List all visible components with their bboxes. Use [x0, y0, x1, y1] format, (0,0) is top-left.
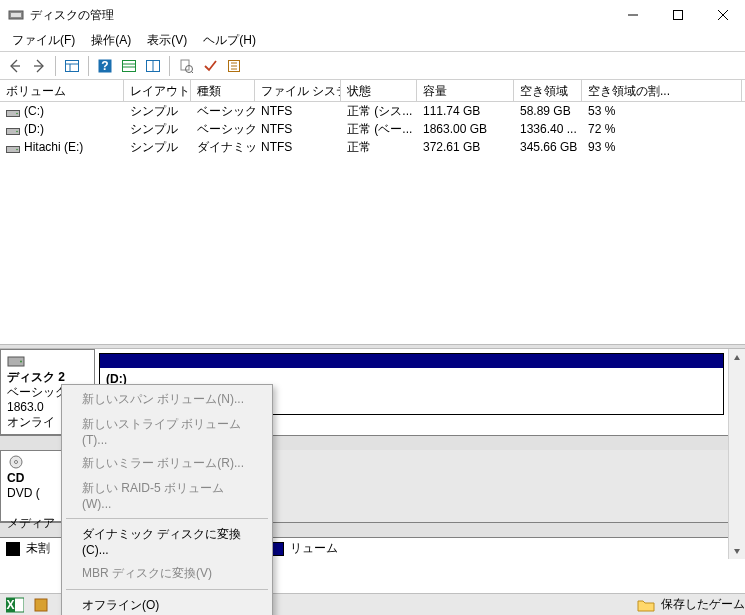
context-menu: 新しいスパン ボリューム(N)... 新しいストライプ ボリューム(T)... …	[61, 384, 273, 615]
svg-rect-18	[181, 60, 189, 70]
vol-type: ダイナミック	[191, 139, 255, 156]
cd-icon	[7, 455, 25, 469]
maximize-button[interactable]	[655, 0, 700, 30]
cm-separator	[66, 518, 268, 519]
close-button[interactable]	[700, 0, 745, 30]
table-row[interactable]: Hitachi (E:) シンプル ダイナミック NTFS 正常 372.61 …	[0, 138, 745, 156]
vol-name: (C:)	[24, 104, 44, 118]
cd-sub1: DVD (	[7, 486, 40, 500]
vol-capacity: 372.61 GB	[417, 140, 514, 154]
drive-icon	[6, 143, 20, 153]
cd-sub2: メディア	[7, 516, 55, 530]
taskbar-folder-icon[interactable]	[635, 596, 657, 614]
settings-button[interactable]	[223, 55, 245, 77]
svg-point-28	[16, 131, 18, 133]
cm-new-mirror[interactable]: 新しいミラー ボリューム(R)...	[64, 451, 270, 476]
vol-free: 1336.40 ...	[514, 122, 582, 136]
cd-title: CD	[7, 471, 24, 485]
vol-pct: 93 %	[582, 140, 742, 154]
legend-unallocated-swatch	[6, 542, 20, 556]
svg-point-34	[15, 461, 18, 464]
svg-rect-8	[66, 60, 79, 71]
col-fs[interactable]: ファイル システム	[255, 80, 341, 101]
properties-button[interactable]	[175, 55, 197, 77]
col-type[interactable]: 種類	[191, 80, 255, 101]
menu-view[interactable]: 表示(V)	[139, 30, 195, 51]
col-status[interactable]: 状態	[341, 80, 417, 101]
col-volume[interactable]: ボリューム	[0, 80, 124, 101]
svg-text:X: X	[6, 598, 14, 612]
scroll-down-button[interactable]	[729, 542, 745, 559]
cm-new-span[interactable]: 新しいスパン ボリューム(N)...	[64, 387, 270, 412]
svg-rect-38	[35, 599, 47, 611]
cm-new-stripe[interactable]: 新しいストライプ ボリューム(T)...	[64, 412, 270, 451]
vol-name: (D:)	[24, 122, 44, 136]
volume-list[interactable]: (C:) シンプル ベーシック NTFS 正常 (シス... 111.74 GB…	[0, 102, 745, 344]
vol-type: ベーシック	[191, 103, 255, 120]
taskbar-label: 保存したゲーム	[661, 596, 745, 613]
menu-file[interactable]: ファイル(F)	[4, 30, 83, 51]
legend-primary-label: リューム	[290, 540, 338, 557]
vol-status: 正常 (シス...	[341, 103, 417, 120]
check-button[interactable]	[199, 55, 221, 77]
vol-name: Hitachi (E:)	[24, 140, 83, 154]
table-row[interactable]: (D:) シンプル ベーシック NTFS 正常 (ベー... 1863.00 G…	[0, 120, 745, 138]
cm-separator	[66, 589, 268, 590]
toolbar: ?	[0, 52, 745, 80]
vol-capacity: 111.74 GB	[417, 104, 514, 118]
vol-status: 正常	[341, 139, 417, 156]
cm-offline[interactable]: オフライン(O)	[64, 593, 270, 615]
col-layout[interactable]: レイアウト	[124, 80, 191, 101]
col-capacity[interactable]: 容量	[417, 80, 514, 101]
help-button[interactable]: ?	[94, 55, 116, 77]
svg-rect-3	[673, 11, 682, 20]
vol-fs: NTFS	[255, 122, 341, 136]
cm-convert-dynamic[interactable]: ダイナミック ディスクに変換(C)...	[64, 522, 270, 561]
vol-pct: 53 %	[582, 104, 742, 118]
back-button[interactable]	[4, 55, 26, 77]
hard-disk-icon	[7, 354, 25, 368]
app-icon	[8, 7, 24, 23]
vol-layout: シンプル	[124, 103, 191, 120]
vol-status: 正常 (ベー...	[341, 121, 417, 138]
table-row[interactable]: (C:) シンプル ベーシック NTFS 正常 (シス... 111.74 GB…	[0, 102, 745, 120]
show-hide-console-button[interactable]	[61, 55, 83, 77]
menu-action[interactable]: 操作(A)	[83, 30, 139, 51]
forward-button[interactable]	[28, 55, 50, 77]
list-view-button[interactable]	[118, 55, 140, 77]
vol-fs: NTFS	[255, 140, 341, 154]
volume-list-header: ボリューム レイアウト 種類 ファイル システム 状態 容量 空き領域 空き領域…	[0, 80, 745, 102]
cm-convert-mbr[interactable]: MBR ディスクに変換(V)	[64, 561, 270, 586]
scroll-up-button[interactable]	[729, 349, 745, 366]
titlebar: ディスクの管理	[0, 0, 745, 30]
cm-new-raid5[interactable]: 新しい RAID-5 ボリューム(W)...	[64, 476, 270, 515]
disk-type: ベーシック	[7, 385, 67, 399]
taskbar-app-icon[interactable]	[30, 596, 52, 614]
taskbar-excel-icon[interactable]: X	[4, 596, 26, 614]
vol-free: 58.89 GB	[514, 104, 582, 118]
svg-point-32	[20, 361, 22, 363]
svg-point-30	[16, 149, 18, 151]
vol-fs: NTFS	[255, 104, 341, 118]
graphical-view-button[interactable]	[142, 55, 164, 77]
col-free[interactable]: 空き領域	[514, 80, 582, 101]
menu-help[interactable]: ヘルプ(H)	[195, 30, 264, 51]
vol-capacity: 1863.00 GB	[417, 122, 514, 136]
window-title: ディスクの管理	[30, 7, 610, 24]
partition-stripe	[100, 354, 723, 368]
menubar: ファイル(F) 操作(A) 表示(V) ヘルプ(H)	[0, 30, 745, 52]
vol-layout: シンプル	[124, 139, 191, 156]
disk-state: オンライ	[7, 415, 55, 429]
vol-type: ベーシック	[191, 121, 255, 138]
scrollbar[interactable]	[728, 349, 745, 559]
disk-title: ディスク 2	[7, 370, 65, 384]
col-pct[interactable]: 空き領域の割...	[582, 80, 742, 101]
vol-pct: 72 %	[582, 122, 742, 136]
minimize-button[interactable]	[610, 0, 655, 30]
disk-size: 1863.0	[7, 400, 44, 414]
svg-rect-1	[11, 13, 21, 17]
svg-line-20	[192, 71, 194, 73]
drive-icon	[6, 107, 20, 117]
vol-free: 345.66 GB	[514, 140, 582, 154]
vol-layout: シンプル	[124, 121, 191, 138]
